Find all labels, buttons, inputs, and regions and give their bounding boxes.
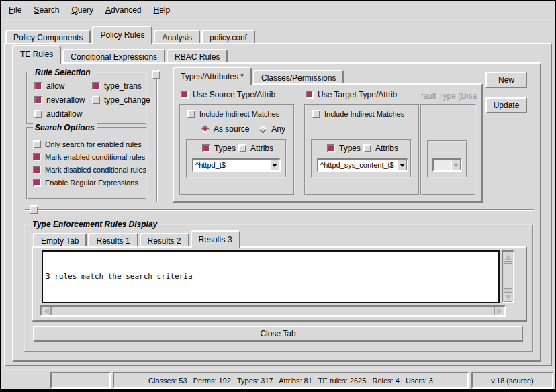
results-text-area[interactable]: 3 rules match the search criteria (5822)…	[42, 250, 500, 303]
menu-file[interactable]: File	[3, 3, 28, 17]
scroll-down-button[interactable]	[504, 292, 512, 302]
checkbox-neverallow[interactable]: neverallow	[34, 95, 92, 105]
checkbox-target-attribs[interactable]: Attribs	[363, 144, 398, 153]
app-window: File Search Query Advanced Help Policy C…	[0, 0, 556, 392]
checkbox-indicator	[238, 144, 246, 152]
menu-advanced[interactable]: Advanced	[99, 3, 147, 17]
te-rules-display-frame: Type Enforcement Rules Display Empty Tab…	[24, 224, 534, 352]
arrow-up-icon	[505, 254, 512, 260]
rule-selection-grid: allow type_trans neverallow type_change …	[34, 81, 150, 119]
vertical-sash-handle[interactable]	[152, 70, 160, 79]
checkbox-indicator	[306, 91, 314, 99]
status-stats: Classes: 53 Perms: 192 Types: 317 Attrib…	[113, 372, 469, 389]
tab-te-rules[interactable]: TE Rules	[12, 45, 61, 64]
arrow-down-icon	[505, 295, 512, 300]
checkbox-indicator	[33, 140, 41, 148]
tab-rbac-rules[interactable]: RBAC Rules	[167, 49, 228, 62]
checkbox-indicator	[34, 96, 42, 104]
status-empty-box	[50, 372, 111, 389]
menu-help[interactable]: Help	[147, 3, 176, 17]
radio-any[interactable]: Any	[259, 124, 285, 134]
checkbox-indicator	[34, 82, 42, 90]
criteria-page: Use Source Type/Attrib Include Indirect …	[173, 83, 483, 203]
checkbox-source-attribs[interactable]: Attribs	[238, 144, 273, 153]
checkbox-enabled-rules-only[interactable]: Only search for enabled rules	[33, 140, 146, 148]
menu-search[interactable]: Search	[28, 3, 65, 17]
tab-analysis[interactable]: Analysis	[154, 30, 200, 43]
source-type-value: ^httpd_t$	[193, 161, 270, 169]
source-types-frame: Types Attribs ^httpd_t$	[186, 139, 287, 178]
tab-conditional-expressions[interactable]: Conditional Expressions	[62, 49, 165, 62]
tab-types-attributes[interactable]: Types/Attributes *	[173, 67, 252, 85]
te-rules-page: Rule Selection allow type_trans neverall…	[12, 62, 541, 362]
scroll-left-button[interactable]	[41, 307, 51, 315]
source-type-dropdown-button[interactable]	[270, 160, 279, 170]
vertical-sash-line	[156, 69, 158, 202]
statusbar: Classes: 53 Perms: 192 Types: 317 Attrib…	[1, 369, 555, 389]
target-type-dropdown-button[interactable]	[398, 160, 407, 170]
horizontal-scrollbar-thumb[interactable]	[51, 307, 494, 315]
checkbox-mark-disabled-conditional[interactable]: Mark disabled conditional rules	[33, 166, 146, 174]
default-type-dropdown-button	[451, 160, 461, 170]
checkbox-mark-enabled-conditional[interactable]: Mark enabled conditional rules	[33, 153, 146, 161]
menu-query[interactable]: Query	[65, 3, 99, 17]
checkbox-use-target[interactable]: Use Target Type/Attrib	[306, 90, 397, 99]
default-type-frame	[420, 104, 476, 195]
close-tab-button[interactable]: Close Tab	[33, 326, 523, 342]
checkbox-indicator	[34, 110, 42, 118]
tab-results-2[interactable]: Results 2	[140, 233, 189, 246]
target-types-frame: Types Attribs ^httpd_sys_content_t$	[311, 139, 412, 178]
rule-selection-frame: Rule Selection allow type_trans neverall…	[26, 72, 147, 124]
criteria-tabbar: Types/Attributes * Classes/Permissions	[173, 67, 345, 85]
radio-indicator	[259, 125, 267, 134]
source-criteria-frame: Include Indirect Matches As source Any T…	[179, 104, 295, 195]
tab-empty-tab[interactable]: Empty Tab	[33, 233, 87, 246]
checkbox-indicator	[363, 144, 371, 152]
checkbox-enable-regex[interactable]: Enable Regular Expressions	[33, 179, 146, 187]
tab-policy-conf[interactable]: policy.conf	[201, 30, 255, 43]
rule-selection-title: Rule Selection	[33, 68, 93, 77]
results-panel: 3 rules match the search criteria (5822)…	[32, 246, 527, 322]
checkbox-target-indirect[interactable]: Include Indirect Matches	[312, 110, 404, 118]
checkbox-type-change[interactable]: type_change	[92, 95, 150, 105]
target-type-combobox[interactable]: ^httpd_sys_content_t$	[317, 158, 408, 172]
horizontal-sash-handle[interactable]	[30, 205, 38, 214]
default-type-inner-frame	[427, 140, 467, 178]
chevron-down-icon	[400, 164, 405, 167]
chevron-down-icon	[272, 164, 277, 167]
horizontal-scrollbar[interactable]	[40, 305, 506, 317]
arrow-left-icon	[44, 308, 49, 315]
search-options-frame: Search Options Only search for enabled r…	[26, 127, 147, 199]
checkbox-source-indirect[interactable]: Include Indirect Matches	[187, 110, 279, 118]
vertical-scrollbar[interactable]	[502, 250, 514, 303]
search-options-title: Search Options	[33, 123, 97, 132]
update-button[interactable]: Update	[485, 97, 527, 113]
tab-policy-components[interactable]: Policy Components	[5, 30, 91, 43]
target-type-value: ^httpd_sys_content_t$	[318, 161, 398, 169]
tab-results-3[interactable]: Results 3	[191, 230, 240, 248]
results-summary: 3 rules match the search criteria	[46, 272, 496, 281]
vertical-scrollbar-thumb[interactable]	[504, 263, 512, 289]
tab-policy-rules[interactable]: Policy Rules	[92, 26, 152, 44]
tab-results-1[interactable]: Results 1	[88, 233, 138, 246]
checkbox-indicator	[92, 82, 100, 90]
checkbox-indicator	[187, 110, 195, 118]
checkbox-allow[interactable]: allow	[34, 81, 92, 91]
new-button[interactable]: New	[485, 72, 527, 88]
tab-classes-permissions[interactable]: Classes/Permissions	[253, 70, 344, 83]
default-type-combobox	[432, 158, 462, 172]
checkbox-type-trans[interactable]: type_trans	[92, 81, 150, 91]
checkbox-target-types[interactable]: Types	[327, 144, 361, 153]
checkbox-indicator	[33, 179, 41, 187]
checkbox-use-source[interactable]: Use Source Type/Attrib	[181, 90, 275, 99]
scroll-up-button[interactable]	[504, 252, 512, 262]
checkbox-indicator	[312, 110, 320, 118]
checkbox-auditallow[interactable]: auditallow	[34, 109, 92, 119]
source-type-combobox[interactable]: ^httpd_t$	[192, 158, 281, 172]
te-rules-display-title: Type Enforcement Rules Display	[30, 219, 159, 229]
scroll-right-button[interactable]	[494, 307, 504, 315]
checkbox-source-types[interactable]: Types	[202, 144, 236, 153]
checkbox-indicator	[181, 91, 189, 99]
search-options-list: Only search for enabled rules Mark enabl…	[33, 140, 146, 187]
radio-as-source[interactable]: As source	[201, 124, 249, 134]
